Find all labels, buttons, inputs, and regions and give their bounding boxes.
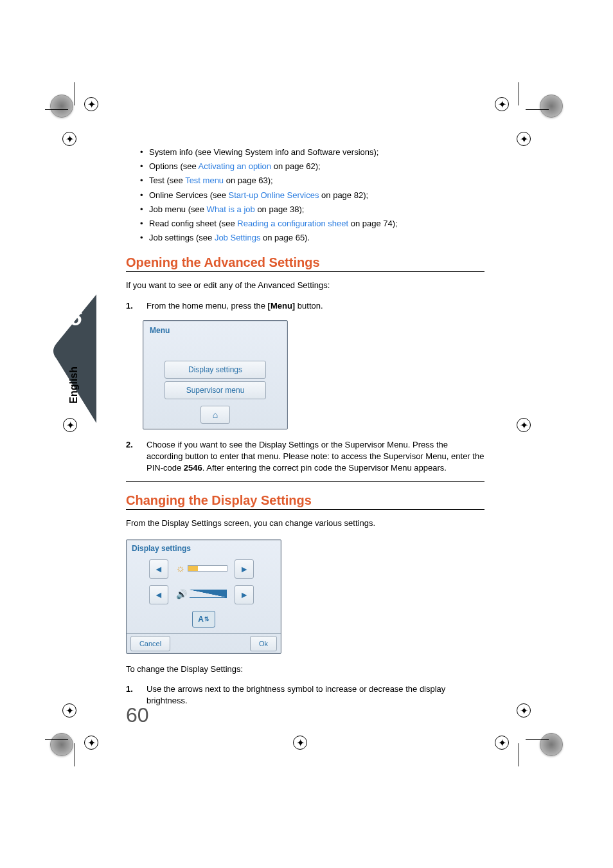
register-mark-tl2: ✦	[62, 132, 76, 146]
link-reading-config-sheet[interactable]: Reading a configuration sheet	[237, 219, 348, 228]
register-mark-mr: ✦	[517, 418, 531, 432]
intro-text: If you want to see or edit any of the An…	[126, 280, 484, 291]
step-item: 1. From the home menu, press the [Menu] …	[126, 300, 484, 312]
heading-changing-display: Changing the Display Settings	[126, 493, 484, 510]
crop-hair	[526, 109, 549, 110]
link-test-menu[interactable]: Test menu	[185, 176, 224, 185]
step-number: 1.	[126, 300, 133, 312]
register-mark-bl: ✦	[84, 736, 98, 750]
step-item: 2. Choose if you want to see the Display…	[126, 439, 484, 473]
brightness-row: ◄ ☼ ►	[149, 559, 258, 581]
ok-button: Ok	[250, 636, 277, 651]
list-item: Online Services (see Start-up Online Ser…	[149, 190, 484, 201]
supervisor-menu-button: Supervisor menu	[164, 381, 266, 399]
printer-dot-tr	[540, 95, 563, 118]
register-mark-br: ✦	[495, 736, 509, 750]
arrow-right-icon: ►	[235, 585, 254, 604]
section-divider	[126, 481, 484, 482]
list-item: Job menu (see What is a job on page 38);	[149, 204, 484, 215]
display-settings-button: Display settings	[164, 361, 266, 379]
menu-screenshot: Menu Display settings Supervisor menu ⌂	[143, 320, 288, 429]
register-mark-tl: ✦	[84, 97, 98, 111]
list-item: Options (see Activating an option on pag…	[149, 161, 484, 172]
link-activating-option[interactable]: Activating an option	[199, 161, 271, 171]
register-mark-bl2: ✦	[62, 703, 76, 718]
chapter-tab: 6	[50, 294, 96, 423]
link-what-is-a-job[interactable]: What is a job	[207, 204, 255, 214]
heading-opening-advanced: Opening the Advanced Settings	[126, 255, 484, 272]
link-online-services[interactable]: Start-up Online Services	[229, 190, 319, 200]
cancel-button: Cancel	[130, 636, 170, 651]
volume-ramp-icon	[190, 590, 227, 598]
link-job-settings[interactable]: Job Settings	[215, 233, 261, 242]
intro-text-2: From the Display Settings screen, you ca…	[126, 518, 484, 529]
crop-hair	[45, 109, 68, 110]
page-number: 60	[126, 703, 149, 727]
list-item: Read config sheet (see Reading a configu…	[149, 218, 484, 230]
arrow-right-icon: ►	[235, 559, 254, 579]
printer-dot-br	[540, 733, 563, 756]
list-item: System info (see Viewing System info and…	[149, 147, 484, 158]
feature-bullet-list: System info (see Viewing System info and…	[126, 147, 484, 244]
register-mark-br2: ✦	[517, 703, 531, 718]
brightness-icon: ☼	[175, 563, 185, 574]
language-row: A⇅	[149, 611, 258, 633]
chapter-number: 6	[70, 305, 83, 330]
mock-title-2: Display settings	[132, 544, 191, 553]
home-icon: ⌂	[200, 406, 230, 424]
register-mark-tr2: ✦	[517, 132, 531, 146]
volume-icon: 🔊	[176, 589, 187, 599]
register-mark-bc: ✦	[293, 736, 307, 750]
brightness-bar	[188, 565, 227, 572]
arrow-left-icon: ◄	[149, 585, 168, 604]
step-item: 1. Use the arrows next to the brightness…	[126, 683, 484, 706]
register-mark-tr: ✦	[495, 97, 509, 111]
language-icon: A⇅	[192, 611, 215, 628]
arrow-left-icon: ◄	[149, 559, 168, 579]
pin-code: 2546	[184, 463, 202, 473]
crop-hair	[526, 739, 549, 740]
crop-hair	[75, 82, 75, 105]
display-settings-screenshot: Display settings ◄ ☼ ► ◄ 🔊 ► A⇅	[126, 539, 281, 654]
printer-dot-tl	[50, 95, 73, 118]
printer-dot-bl	[50, 733, 73, 756]
outro-text: To change the Display Settings:	[126, 664, 484, 675]
crop-hair	[519, 82, 519, 105]
crop-hair	[75, 743, 75, 766]
mock-title: Menu	[150, 326, 170, 335]
step-number: 2.	[126, 439, 133, 451]
list-item: Job settings (see Job Settings on page 6…	[149, 232, 484, 244]
crop-hair	[519, 743, 519, 766]
step-number: 1.	[126, 683, 133, 695]
list-item: Test (see Test menu on page 63);	[149, 175, 484, 186]
crop-hair	[45, 739, 68, 740]
volume-row: ◄ 🔊 ►	[149, 585, 258, 607]
menu-button-label: [Menu]	[268, 301, 296, 311]
language-label: English	[68, 366, 80, 404]
